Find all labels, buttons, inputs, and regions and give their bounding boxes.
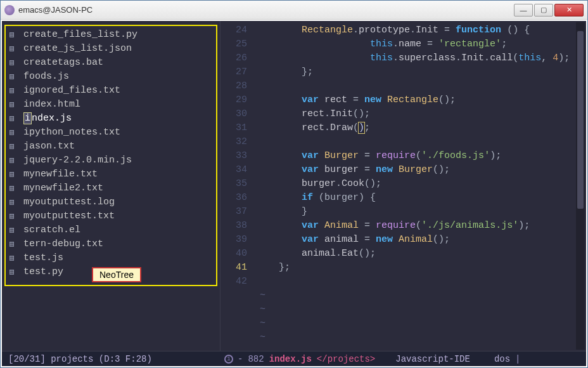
file-icon: ▤ [10,183,18,193]
modeline-right: - 882 index.js</projects> Javascript-IDE… [238,354,586,364]
file-icon: ▤ [10,225,18,235]
line-number: 39 [220,233,247,247]
code-line[interactable]: var burger = new Burger(); [256,163,586,177]
file-icon: ▤ [10,30,18,39]
file-name: createtags.bat [23,57,103,68]
code-line[interactable]: this.name = 'rectangle'; [256,37,586,51]
file-icon: ▤ [10,155,18,165]
code-line[interactable]: rect.Draw(); [256,121,586,135]
file-name: mynewfile2.txt [23,183,103,194]
file-item[interactable]: ▤myoutputtest.txt [7,209,215,223]
modeline-path: </projects> [317,354,375,364]
file-item[interactable]: ▤myoutputtest.log [7,195,215,209]
file-icon: ▤ [10,72,18,81]
file-name: tern-debug.txt [23,239,103,249]
close-button[interactable]: ✕ [554,4,584,16]
file-icon: ▤ [10,197,18,207]
line-number: 25 [220,37,247,51]
modeline-tail: | [515,354,520,364]
neotree-sidebar[interactable]: ▤create_files_list.py▤create_js_list.jso… [2,21,220,351]
file-name: ipython_notes.txt [23,127,120,138]
file-item[interactable]: ▤test.js [7,251,215,265]
empty-line-tilde: ~ [256,317,586,331]
code-line[interactable]: var Burger = require('./foods.js'); [256,149,586,163]
file-item[interactable]: ▤create_files_list.py [7,27,215,41]
code-line[interactable]: }; [256,65,586,79]
line-number: 30 [220,107,247,121]
editor-client: ▤create_files_list.py▤create_js_list.jso… [1,20,587,367]
code-line[interactable]: rect.Init(); [256,107,586,121]
file-item[interactable]: ▤ipython_notes.txt [7,125,215,139]
code-line[interactable] [256,135,586,149]
empty-line-tilde: ~ [256,331,586,345]
file-name: mynewfile.txt [23,169,98,180]
file-icon: ▤ [10,44,18,53]
file-item[interactable]: ▤jquery-2.2.0.min.js [7,153,215,167]
modeline-separator-icon: 1 [220,355,238,364]
line-number: 41 [220,261,247,275]
line-number: 36 [220,191,247,205]
scrollbar-thumb[interactable] [577,31,584,209]
code-line[interactable]: var rect = new Rectangle(); [256,93,586,107]
neotree-annotation: NeoTree [92,267,141,282]
code-line[interactable]: Rectangle.prototype.Init = function () { [256,23,586,37]
code-line[interactable]: var animal = new Animal(); [256,233,586,247]
titlebar[interactable]: emacs@JASON-PC — ▢ ✕ [1,1,587,20]
app-window: emacs@JASON-PC — ▢ ✕ ▤create_files_list.… [0,0,588,368]
window-title: emacs@JASON-PC [18,5,514,15]
code-editor[interactable]: 24252627282930313233343536373839404142 R… [220,21,586,351]
file-item[interactable]: ▤foods.js [7,69,215,83]
file-icon: ▤ [10,100,18,109]
file-name: test.js [23,253,63,263]
code-line[interactable]: this.superclass.Init.call(this, 4); [256,51,586,65]
empty-line-tilde: ~ [256,289,586,303]
line-number: 27 [220,65,247,79]
file-name: test.py [23,266,63,277]
line-number: 28 [220,79,247,93]
file-item[interactable]: ▤createtags.bat [7,55,215,69]
modeline: [20/31] projects (D:3 F:28) 1 - 882 inde… [2,351,586,366]
line-number: 32 [220,135,247,149]
file-name: create_files_list.py [23,29,137,40]
file-name: index.html [23,99,80,110]
minimize-button[interactable]: — [514,4,533,16]
line-number-gutter: 24252627282930313233343536373839404142 [220,23,256,351]
maximize-button[interactable]: ▢ [534,4,553,16]
line-number: 26 [220,51,247,65]
file-icon: ▤ [10,211,18,221]
line-number: 31 [220,121,247,135]
file-name: create_js_list.json [23,43,132,54]
window-buttons: — ▢ ✕ [514,4,584,16]
emacs-icon [4,5,15,15]
file-icon: ▤ [10,253,18,263]
code-line[interactable]: var Animal = require('./js/animals.js'); [256,219,586,233]
file-item[interactable]: ▤mynewfile.txt [7,167,215,181]
code-area[interactable]: Rectangle.prototype.Init = function () {… [256,23,586,351]
code-line[interactable] [256,79,586,93]
file-name: jason.txt [23,141,75,152]
file-item[interactable]: ▤tern-debug.txt [7,237,215,251]
code-line[interactable] [256,275,586,289]
modeline-filename: index.js [269,354,312,364]
file-item[interactable]: ▤index.js [7,111,215,125]
code-line[interactable]: animal.Eat(); [256,247,586,261]
modeline-left: [20/31] projects (D:3 F:28) [2,354,220,364]
vertical-scrollbar[interactable] [576,22,585,350]
modeline-dash: - [238,354,243,364]
file-item[interactable]: ▤index.html [7,97,215,111]
file-item[interactable]: ▤jason.txt [7,139,215,153]
code-line[interactable]: }; [256,261,586,275]
file-item[interactable]: ▤ignored_files.txt [7,83,215,97]
line-number: 40 [220,247,247,261]
code-line[interactable]: burger.Cook(); [256,177,586,191]
file-item[interactable]: ▤create_js_list.json [7,41,215,55]
file-icon: ▤ [10,58,18,67]
code-line[interactable]: if (burger) { [256,191,586,205]
file-icon: ▤ [10,141,18,151]
line-number: 35 [220,177,247,191]
file-icon: ▤ [10,128,18,137]
file-icon: ▤ [10,267,18,277]
code-line[interactable]: } [256,205,586,219]
file-item[interactable]: ▤mynewfile2.txt [7,181,215,195]
file-item[interactable]: ▤scratch.el [7,223,215,237]
